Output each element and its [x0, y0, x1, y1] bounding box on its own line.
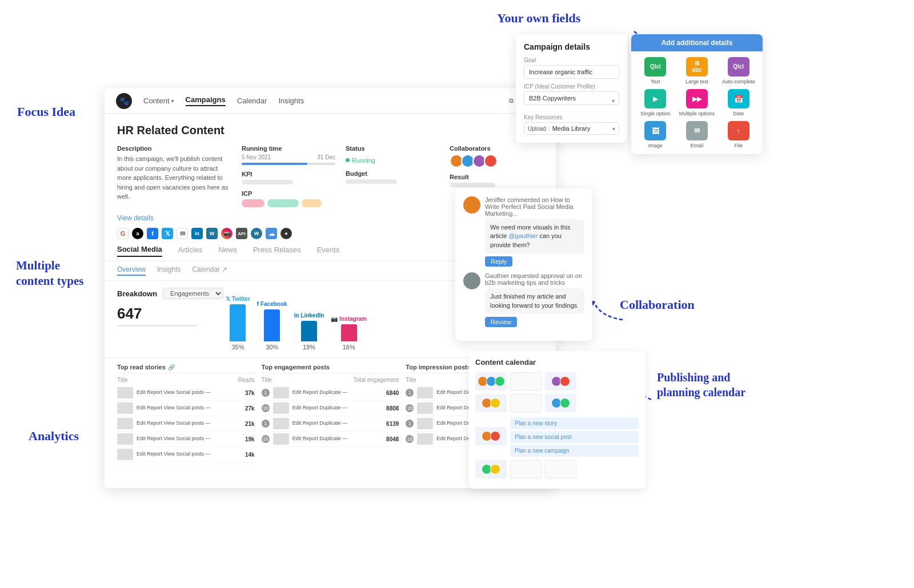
- review-button[interactable]: Review: [485, 317, 517, 327]
- reply-button[interactable]: Reply: [485, 256, 512, 267]
- amazon-icon[interactable]: a: [132, 228, 143, 239]
- calendar-title: Content calendar: [475, 358, 639, 367]
- adp-single-option[interactable]: ▶ Single option: [637, 89, 674, 116]
- tab-social-media[interactable]: Social Media: [117, 245, 162, 257]
- goal-input[interactable]: [524, 65, 619, 79]
- cal-row-4: [475, 460, 639, 478]
- annotation-your-own-fields: Your own fields: [497, 10, 580, 27]
- comment-1: Jeniffer commented on How to Write Perfe…: [463, 196, 584, 267]
- table-row: Edit Report View Social posts — 27k: [117, 401, 255, 416]
- cloud-icon[interactable]: ☁: [266, 228, 277, 239]
- top-read-col: Top read stories 🔗 Title Reads Edit Repo…: [117, 364, 255, 462]
- bar-chart: 𝕏 Twitter 35% f Facebook 30% in LinkedIn…: [220, 305, 372, 351]
- upload-btn[interactable]: Upload: [528, 126, 550, 132]
- api-icon[interactable]: API: [236, 228, 247, 239]
- google-icon[interactable]: G: [117, 228, 129, 239]
- instagram-icon[interactable]: 📷: [221, 228, 232, 239]
- adp-email[interactable]: ✉ Email: [679, 121, 716, 148]
- result-bar: [450, 183, 495, 187]
- running-time-bar: [242, 163, 335, 165]
- nav-insights[interactable]: Insights: [278, 96, 304, 105]
- twitter-icon[interactable]: 𝕏: [162, 228, 173, 239]
- table-row: 1b Edit Report Duplicate — 8808: [262, 401, 399, 416]
- annotation-collaboration: Collaboration: [620, 297, 695, 313]
- app-nav: 🐾 Content ▾ Campaigns Calendar Insights …: [105, 88, 556, 114]
- plan-new-campaign[interactable]: Plan a new campaign: [510, 445, 639, 457]
- avatar-4: [484, 154, 498, 168]
- comment-2: Gauthier requested approval on on b2b ma…: [463, 272, 584, 327]
- campaign-details-card: Campaign details Goal ICP (Ideal Custome…: [516, 34, 627, 143]
- add-details-panel: Add additional details Qlcl Text ⊞abc La…: [631, 34, 763, 154]
- tab-press-releases[interactable]: Press Relases: [253, 245, 301, 256]
- plan-new-story[interactable]: Plan a new story: [510, 417, 639, 429]
- table-row: 1b Edit Report Duplicate — 8048: [262, 432, 399, 447]
- top-engagement-col: Top engagement posts Title Total engagem…: [262, 364, 399, 462]
- annotation-publishing: Publishing andplanning calendar: [657, 370, 745, 400]
- annotation-analytics: Analytics: [29, 428, 79, 445]
- collaboration-panel: Jeniffer commented on How to Write Perfe…: [455, 188, 592, 341]
- tab-articles[interactable]: Articles: [178, 245, 203, 256]
- cal-row-2: [475, 394, 639, 412]
- wordpress2-icon[interactable]: W: [251, 228, 262, 239]
- adp-image[interactable]: 🖼 Image: [637, 121, 674, 148]
- sub-tab-calendar[interactable]: Calendar ↗: [192, 265, 227, 276]
- budget-bar: [346, 179, 397, 184]
- linkedin-icon[interactable]: in: [191, 228, 203, 239]
- table-row: Edit Report View Social posts — 14k: [117, 447, 255, 462]
- nav-campaigns[interactable]: Campaigns: [186, 95, 226, 106]
- wordpress1-icon[interactable]: W: [206, 228, 218, 239]
- campaign-title: HR Related Content: [117, 124, 543, 137]
- tab-events[interactable]: Events: [317, 245, 340, 256]
- bar-instagram: 📷 Instagram 16%: [331, 316, 367, 351]
- mail-icon[interactable]: ✉: [177, 228, 188, 239]
- avatar-gauthier: [463, 272, 480, 289]
- running-time-col: Running time 5 Nov 2021 31 Dec KPI ICP: [242, 145, 335, 207]
- adp-date[interactable]: 📅 Date: [720, 89, 757, 116]
- kpi-bar: [242, 180, 293, 184]
- table-row: 1 Edit Report Duplicate — 6139: [262, 416, 399, 432]
- icp-tags: [242, 199, 335, 207]
- avatar-jeniffer: [463, 196, 480, 214]
- big-number: 647: [117, 305, 197, 323]
- tab-news[interactable]: News: [218, 245, 237, 256]
- adp-large-text[interactable]: ⊞abc Large text: [679, 57, 716, 84]
- app-logo: 🐾: [116, 93, 132, 109]
- annotation-multiple-content: Multiplecontent types: [16, 258, 83, 289]
- sub-tab-overview[interactable]: Overview: [117, 265, 146, 276]
- calendar-panel: Content calendar: [468, 351, 646, 489]
- collaborators: [450, 154, 543, 168]
- nav-calendar[interactable]: Calendar: [237, 96, 267, 105]
- adp-file[interactable]: ↑ File: [720, 121, 757, 148]
- icp-select[interactable]: B2B Copywriters: [524, 91, 619, 105]
- description-col: Description In this campaign, we'll publ…: [117, 145, 231, 207]
- table-row: Edit Report View Social posts — 21k: [117, 416, 255, 432]
- breakdown-select[interactable]: Engagements: [163, 288, 223, 299]
- adp-autocomplete[interactable]: Qlcl Auto-complete: [720, 57, 757, 84]
- other-icon[interactable]: ●: [280, 228, 292, 239]
- bar-linkedin: in LinkedIn 19%: [294, 312, 324, 351]
- nav-content[interactable]: Content ▾: [143, 96, 174, 105]
- status-col: Status Running Budget: [346, 145, 439, 207]
- adp-multiple-options[interactable]: ▶▶ Multiple options: [679, 89, 716, 116]
- status-badge: Running: [346, 157, 375, 164]
- campaign-details-title: Campaign details: [524, 42, 619, 51]
- bar-facebook: f Facebook 30%: [257, 301, 287, 351]
- sub-tab-insights[interactable]: Insights: [157, 265, 181, 276]
- adp-grid: Qlcl Text ⊞abc Large text Qlcl Auto-comp…: [631, 51, 763, 154]
- annotation-focus-idea: Focus Idea: [17, 104, 75, 120]
- table-row: 1 Edit Report Duplicate — 6840: [262, 385, 399, 401]
- cal-row-1: [475, 372, 639, 390]
- adp-header: Add additional details: [631, 34, 763, 51]
- big-number-col: 647: [117, 305, 197, 331]
- facebook-icon[interactable]: f: [147, 228, 158, 239]
- cal-row-3: Plan a new story Plan a new social post …: [475, 416, 639, 457]
- table-row: Edit Report View Social posts — 19k: [117, 432, 255, 447]
- plan-new-social-post[interactable]: Plan a new social post: [510, 431, 639, 443]
- table-row: Edit Report View Social posts — 37k: [117, 385, 255, 401]
- upload-row: Upload Media Library ▾: [524, 122, 619, 135]
- adp-text[interactable]: Qlcl Text: [637, 57, 674, 84]
- bar-twitter: 𝕏 Twitter 35%: [226, 296, 250, 351]
